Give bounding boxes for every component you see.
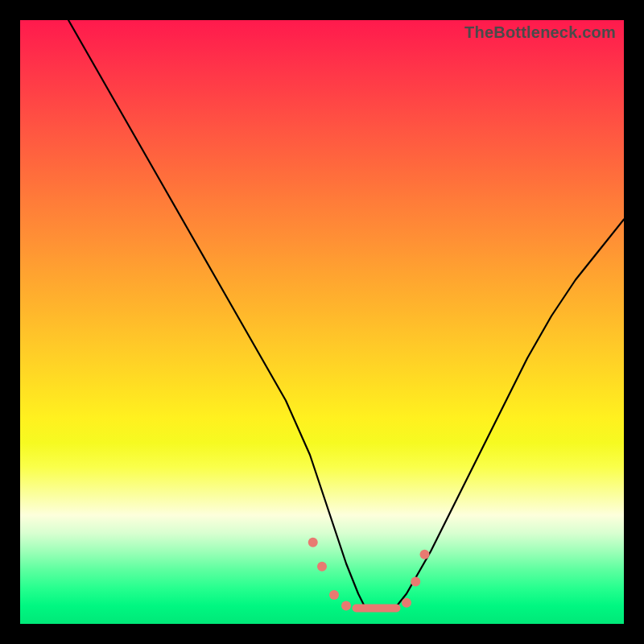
chart-frame: TheBottleneck.com	[20, 20, 624, 624]
marker-point-5	[411, 577, 420, 587]
bottleneck-plot	[20, 20, 624, 624]
highlight-markers	[308, 538, 430, 613]
marker-point-6	[420, 550, 430, 559]
flat-segment-marker	[353, 605, 401, 613]
marker-point-4	[402, 598, 411, 608]
marker-point-2	[329, 590, 339, 600]
bottleneck-curve	[68, 20, 624, 609]
marker-point-0	[308, 538, 318, 547]
watermark-text: TheBottleneck.com	[464, 23, 616, 42]
marker-point-1	[317, 562, 327, 572]
marker-point-3	[341, 601, 351, 611]
